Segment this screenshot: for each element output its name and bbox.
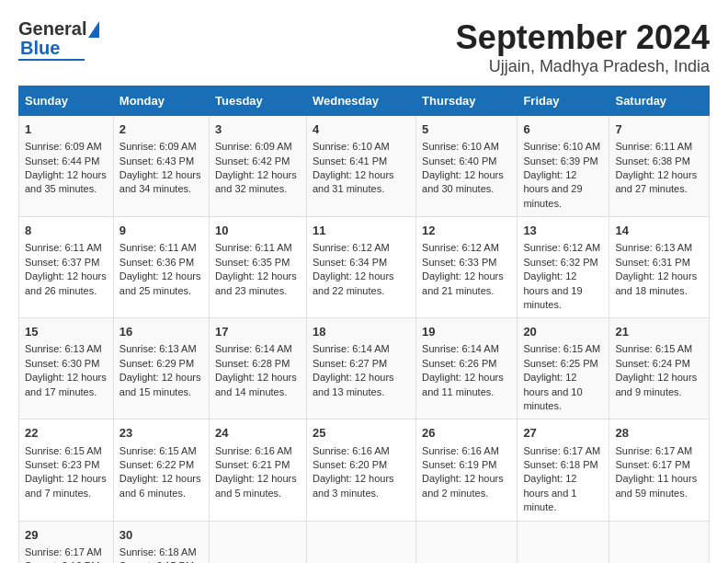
calendar-row: 15Sunrise: 6:13 AMSunset: 6:30 PMDayligh… <box>19 318 710 419</box>
title-block: September 2024 Ujjain, Madhya Pradesh, I… <box>456 18 710 76</box>
calendar-cell: 15Sunrise: 6:13 AMSunset: 6:30 PMDayligh… <box>19 318 114 419</box>
calendar-row: 1Sunrise: 6:09 AMSunset: 6:44 PMDaylight… <box>19 116 710 217</box>
calendar-cell: 5Sunrise: 6:10 AMSunset: 6:40 PMDaylight… <box>416 116 518 217</box>
day-number: 17 <box>215 324 301 340</box>
daylight-text: Daylight: 12 hours and 6 minutes. <box>119 473 201 498</box>
logo-triangle-icon <box>88 21 99 38</box>
sunrise-text: Sunrise: 6:16 AM <box>313 445 390 456</box>
day-number: 14 <box>615 223 703 239</box>
day-number: 6 <box>523 121 603 138</box>
sunset-text: Sunset: 6:20 PM <box>313 459 387 470</box>
daylight-text: Daylight: 12 hours and 5 minutes. <box>215 473 297 498</box>
daylight-text: Daylight: 12 hours and 27 minutes. <box>615 169 697 194</box>
calendar-cell: 12Sunrise: 6:12 AMSunset: 6:33 PMDayligh… <box>416 217 518 318</box>
calendar-cell: 14Sunrise: 6:13 AMSunset: 6:31 PMDayligh… <box>609 217 710 318</box>
calendar-row: 8Sunrise: 6:11 AMSunset: 6:37 PMDaylight… <box>19 217 710 318</box>
day-number: 20 <box>523 324 603 340</box>
daylight-text: Daylight: 12 hours and 19 minutes. <box>523 270 582 310</box>
sunset-text: Sunset: 6:44 PM <box>25 155 99 167</box>
page-subtitle: Ujjain, Madhya Pradesh, India <box>456 57 710 76</box>
day-number: 9 <box>119 223 203 239</box>
day-number: 24 <box>215 425 301 442</box>
sunrise-text: Sunrise: 6:12 AM <box>313 242 390 253</box>
sunset-text: Sunset: 6:28 PM <box>215 358 290 369</box>
sunset-text: Sunset: 6:36 PM <box>119 257 194 268</box>
col-wednesday: Wednesday <box>306 86 415 116</box>
page-title: September 2024 <box>456 18 710 57</box>
page-header: General Blue September 2024 Ujjain, Madh… <box>18 18 710 76</box>
day-number: 25 <box>313 425 410 442</box>
sunset-text: Sunset: 6:30 PM <box>25 358 99 369</box>
day-number: 12 <box>422 223 511 239</box>
sunrise-text: Sunrise: 6:11 AM <box>25 242 102 253</box>
sunrise-text: Sunrise: 6:15 AM <box>25 445 102 456</box>
sunrise-text: Sunrise: 6:11 AM <box>615 141 692 152</box>
day-number: 26 <box>422 425 511 442</box>
day-number: 2 <box>119 121 203 138</box>
day-number: 19 <box>422 324 511 340</box>
calendar-cell: 22Sunrise: 6:15 AMSunset: 6:23 PMDayligh… <box>19 419 114 521</box>
day-number: 15 <box>25 324 108 340</box>
calendar-cell <box>609 521 710 563</box>
calendar-cell: 25Sunrise: 6:16 AMSunset: 6:20 PMDayligh… <box>306 419 415 521</box>
sunset-text: Sunset: 6:40 PM <box>422 155 496 167</box>
daylight-text: Daylight: 12 hours and 10 minutes. <box>523 372 582 411</box>
sunrise-text: Sunrise: 6:17 AM <box>615 445 692 456</box>
day-number: 21 <box>615 324 703 340</box>
sunset-text: Sunset: 6:42 PM <box>215 155 290 167</box>
daylight-text: Daylight: 12 hours and 11 minutes. <box>422 372 504 396</box>
sunset-text: Sunset: 6:35 PM <box>215 257 290 268</box>
daylight-text: Daylight: 12 hours and 25 minutes. <box>119 270 201 295</box>
sunset-text: Sunset: 6:24 PM <box>615 358 689 369</box>
sunrise-text: Sunrise: 6:10 AM <box>523 141 600 152</box>
calendar-cell <box>416 521 518 563</box>
col-friday: Friday <box>518 86 609 116</box>
sunrise-text: Sunrise: 6:13 AM <box>119 343 197 354</box>
sunset-text: Sunset: 6:19 PM <box>422 459 496 470</box>
daylight-text: Daylight: 12 hours and 15 minutes. <box>119 372 201 396</box>
daylight-text: Daylight: 12 hours and 29 minutes. <box>523 169 582 209</box>
calendar-cell: 13Sunrise: 6:12 AMSunset: 6:32 PMDayligh… <box>518 217 609 318</box>
calendar-cell: 7Sunrise: 6:11 AMSunset: 6:38 PMDaylight… <box>609 116 710 217</box>
day-number: 28 <box>615 425 703 442</box>
sunset-text: Sunset: 6:37 PM <box>25 257 99 268</box>
col-sunday: Sunday <box>19 86 114 116</box>
sunrise-text: Sunrise: 6:11 AM <box>119 242 197 253</box>
sunrise-text: Sunrise: 6:14 AM <box>313 343 390 354</box>
calendar-row: 29Sunrise: 6:17 AMSunset: 6:16 PMDayligh… <box>19 521 710 563</box>
calendar-cell: 26Sunrise: 6:16 AMSunset: 6:19 PMDayligh… <box>416 419 518 521</box>
calendar-cell: 20Sunrise: 6:15 AMSunset: 6:25 PMDayligh… <box>518 318 609 419</box>
sunrise-text: Sunrise: 6:14 AM <box>215 343 292 354</box>
col-thursday: Thursday <box>416 86 518 116</box>
sunrise-text: Sunrise: 6:09 AM <box>25 141 102 152</box>
calendar-cell: 21Sunrise: 6:15 AMSunset: 6:24 PMDayligh… <box>609 318 710 419</box>
sunrise-text: Sunrise: 6:13 AM <box>25 343 102 354</box>
calendar-cell: 1Sunrise: 6:09 AMSunset: 6:44 PMDaylight… <box>19 116 114 217</box>
daylight-text: Daylight: 12 hours and 23 minutes. <box>215 270 297 295</box>
sunset-text: Sunset: 6:27 PM <box>313 358 387 369</box>
day-number: 4 <box>313 121 410 138</box>
sunrise-text: Sunrise: 6:15 AM <box>615 343 692 354</box>
daylight-text: Daylight: 12 hours and 18 minutes. <box>615 270 697 295</box>
sunrise-text: Sunrise: 6:12 AM <box>523 242 600 253</box>
calendar-cell: 28Sunrise: 6:17 AMSunset: 6:17 PMDayligh… <box>609 419 710 521</box>
col-saturday: Saturday <box>609 86 710 116</box>
col-tuesday: Tuesday <box>210 86 307 116</box>
daylight-text: Daylight: 12 hours and 32 minutes. <box>215 169 297 194</box>
sunrise-text: Sunrise: 6:10 AM <box>313 141 390 152</box>
calendar-cell: 8Sunrise: 6:11 AMSunset: 6:37 PMDaylight… <box>19 217 114 318</box>
day-number: 30 <box>119 527 203 544</box>
sunset-text: Sunset: 6:43 PM <box>119 155 194 167</box>
calendar-cell: 9Sunrise: 6:11 AMSunset: 6:36 PMDaylight… <box>113 217 209 318</box>
calendar-cell: 27Sunrise: 6:17 AMSunset: 6:18 PMDayligh… <box>518 419 609 521</box>
sunset-text: Sunset: 6:18 PM <box>523 459 597 470</box>
header-row: Sunday Monday Tuesday Wednesday Thursday… <box>19 86 710 116</box>
calendar-cell: 18Sunrise: 6:14 AMSunset: 6:27 PMDayligh… <box>306 318 415 419</box>
day-number: 22 <box>25 425 108 442</box>
daylight-text: Daylight: 12 hours and 34 minutes. <box>119 169 201 194</box>
sunrise-text: Sunrise: 6:10 AM <box>422 141 499 152</box>
sunrise-text: Sunrise: 6:17 AM <box>523 445 600 456</box>
sunrise-text: Sunrise: 6:16 AM <box>215 445 292 456</box>
day-number: 8 <box>25 223 108 239</box>
day-number: 27 <box>523 425 603 442</box>
